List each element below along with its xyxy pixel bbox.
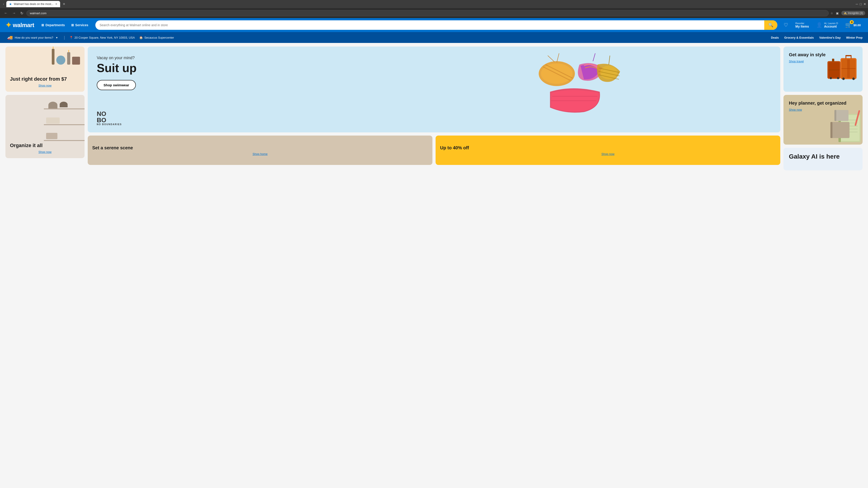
promo-galaxy-content: Galaxy AI is here (789, 153, 840, 160)
promo-organize-card[interactable]: Organize it all Shop now (5, 95, 85, 158)
maximize-icon[interactable]: □ (860, 2, 862, 6)
account-icon: 👤 (816, 22, 822, 28)
walmart-subnav: 🚚 How do you want your items? ▾ | 📍 20 C… (0, 32, 868, 43)
refresh-button[interactable]: ↻ (19, 10, 25, 16)
grocery-link[interactable]: Grocery & Essentials (784, 36, 814, 39)
svg-line-12 (593, 53, 595, 61)
svg-point-20 (842, 77, 845, 80)
center-column: Vacay on your mind? Suit up Shop swimwea… (88, 46, 780, 170)
services-button[interactable]: ⊞ Services (68, 22, 91, 29)
delivery-icon: 🚚 (7, 35, 13, 40)
wishlist-button[interactable]: ♡ (782, 21, 790, 29)
cart-amount: $0.00 (853, 24, 861, 27)
svg-point-27 (837, 77, 839, 79)
hero-content: Vacay on your mind? Suit up Shop swimwea… (97, 56, 136, 90)
minimize-icon[interactable]: ─ (856, 2, 858, 6)
cart-button[interactable]: 🛒 0 $0.00 (843, 21, 863, 30)
svg-rect-17 (845, 55, 846, 59)
sidebar-icon[interactable]: ▣ (836, 11, 839, 15)
promo-serene-card[interactable]: Set a serene scene Shop home (88, 135, 432, 165)
bookmark-icon[interactable]: ☆ (831, 11, 833, 15)
svg-rect-22 (847, 59, 850, 78)
store-button[interactable]: 🏠 Secaucus Supercenter (139, 36, 174, 39)
hero-cta-button[interactable]: Shop swimwear (97, 80, 136, 90)
close-window-icon[interactable]: ✕ (864, 2, 866, 6)
svg-point-21 (852, 77, 855, 80)
left-column: Just right decor from $7 Shop now (5, 46, 85, 170)
chevron-down-icon: ▾ (56, 36, 58, 39)
departments-button[interactable]: ⊞ Departments (39, 22, 68, 29)
hero-banner[interactable]: Vacay on your mind? Suit up Shop swimwea… (88, 46, 780, 132)
header-nav: ⊞ Departments ⊞ Services (39, 22, 91, 29)
tab-close-icon[interactable]: ✕ (55, 2, 57, 6)
walmart-spark-icon: ✦ (5, 21, 11, 29)
reorder-my-items-button[interactable]: Reorder My Items (794, 21, 811, 30)
swimwear-illustration (365, 46, 780, 132)
promo-sale-card[interactable]: Up to 40% off Shop now (436, 135, 780, 165)
promo-travel-title: Get away in style (789, 52, 826, 57)
address-bar[interactable]: walmart.com (26, 10, 829, 16)
back-button[interactable]: ← (3, 10, 9, 16)
browser-chrome: ‹ ★ Walmart has deals on the most... ✕ +… (0, 0, 868, 18)
svg-line-11 (548, 56, 555, 62)
promo-galaxy-card[interactable]: Galaxy AI is here (783, 148, 863, 170)
svg-rect-40 (835, 110, 848, 121)
account-button[interactable]: 👤 Hi, Lauren D Account (814, 21, 840, 30)
tab-group-prev-btn[interactable]: ‹ (2, 2, 5, 6)
tab-title: Walmart has deals on the most... (14, 2, 53, 6)
svg-rect-18 (851, 55, 852, 59)
svg-point-26 (830, 77, 832, 79)
store-icon: 🏠 (139, 36, 143, 39)
browser-window-controls: ─ □ ✕ (856, 2, 866, 6)
cart-icon-wrap: 🛒 0 (845, 22, 852, 28)
planner-illustration (827, 99, 863, 144)
walmart-logo-text: walmart (13, 22, 34, 29)
promo-travel-card[interactable]: Get away in style Shop travel (783, 46, 863, 92)
new-tab-button[interactable]: + (61, 2, 67, 6)
promo-planner-card[interactable]: Hey planner, get organized Shop now (783, 95, 863, 144)
promo-organize-bg: Organize it all Shop now (5, 95, 85, 158)
promo-galaxy-title: Galaxy AI is here (789, 153, 840, 160)
heart-icon: ♡ (784, 22, 788, 28)
promo-planner-link[interactable]: Shop now (789, 108, 802, 111)
svg-rect-41 (835, 110, 836, 121)
promo-decor-link[interactable]: Shop now (10, 84, 80, 87)
browser-tab-active[interactable]: ★ Walmart has deals on the most... ✕ (6, 1, 60, 7)
search-icon: 🔍 (768, 23, 773, 28)
walmart-logo[interactable]: ✦ walmart (5, 21, 34, 29)
header-actions: ♡ Reorder My Items 👤 Hi, Lauren D Accoun… (782, 21, 863, 30)
walmart-header: ✦ walmart ⊞ Departments ⊞ Services 🔍 ♡ R… (0, 18, 868, 32)
departments-grid-icon: ⊞ (41, 23, 44, 27)
nobo-brand-logo: NOBO NO BOUNDARIES (97, 111, 122, 126)
delivery-options-button[interactable]: 🚚 How do you want your items? ▾ (5, 34, 59, 41)
tab-favicon-icon: ★ (9, 2, 12, 6)
svg-line-10 (557, 53, 559, 62)
promo-organize-title: Organize it all (10, 142, 80, 149)
svg-line-13 (609, 56, 610, 65)
promo-decor-title: Just right decor from $7 (10, 76, 80, 82)
address-bar-url: walmart.com (30, 11, 46, 15)
account-text: Hi, Lauren D Account (824, 22, 838, 28)
incognito-icon: 🕵 (844, 11, 847, 15)
svg-rect-39 (831, 122, 833, 138)
promo-travel-link[interactable]: Shop travel (789, 60, 804, 63)
search-bar[interactable]: 🔍 (95, 20, 777, 30)
promo-decor-card[interactable]: Just right decor from $7 Shop now (5, 46, 85, 92)
forward-button[interactable]: → (11, 10, 17, 16)
luggage-illustration (827, 49, 863, 90)
right-column: Get away in style Shop travel (783, 46, 863, 170)
valentines-link[interactable]: Valentine's Day (819, 36, 841, 39)
svg-rect-38 (831, 122, 849, 138)
promo-serene-link[interactable]: Shop home (92, 152, 428, 156)
location-button[interactable]: 📍 20 Cooper Square, New York, NY 10003, … (69, 36, 135, 39)
promo-sale-link[interactable]: Shop now (440, 152, 776, 156)
incognito-badge: 🕵 Incognito (3) (841, 11, 865, 15)
svg-rect-28 (832, 59, 834, 62)
search-input[interactable] (95, 21, 764, 30)
winter-link[interactable]: Winter Prep (846, 36, 863, 39)
deals-link[interactable]: Deals (771, 36, 779, 39)
search-button[interactable]: 🔍 (764, 20, 777, 30)
address-bar-actions: ☆ ▣ 🕵 Incognito (3) (831, 11, 865, 15)
bottom-promo-row: Set a serene scene Shop home Up to 40% o… (88, 135, 780, 165)
main-content: Just right decor from $7 Shop now (0, 43, 868, 174)
